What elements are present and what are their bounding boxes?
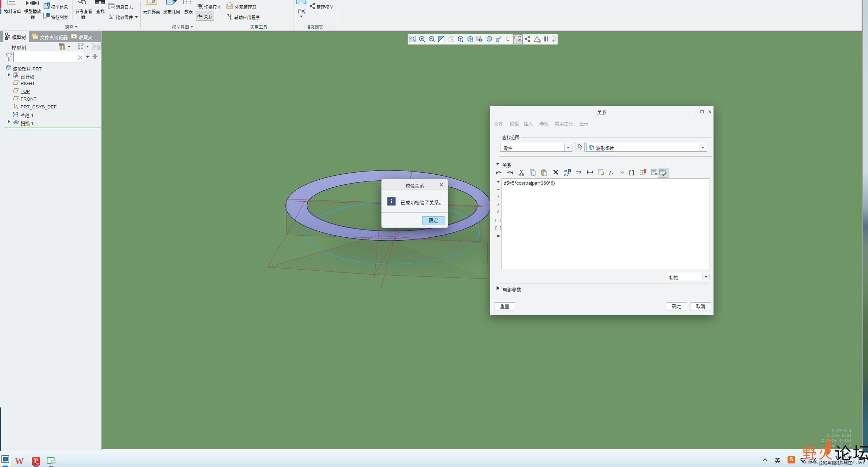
svg-text:=?: =? (576, 170, 582, 175)
svg-text:i: i (569, 169, 570, 172)
svg-text:f: f (609, 170, 611, 175)
svg-text:[]: [] (628, 170, 635, 176)
svg-text:W: W (15, 456, 24, 466)
svg-text:d1: d1 (564, 169, 567, 173)
svg-text:⌖: ⌖ (507, 39, 509, 42)
svg-text:x: x (611, 171, 613, 175)
